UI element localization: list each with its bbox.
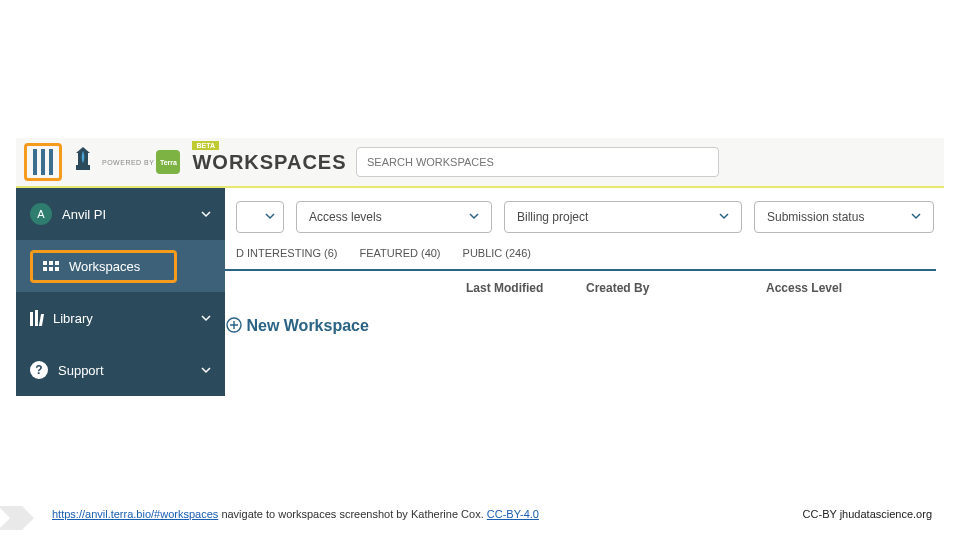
terra-logo-icon: Terra xyxy=(156,150,180,174)
beta-badge: BETA xyxy=(192,141,219,150)
page-title: WORKSPACES xyxy=(192,151,346,174)
footer-attribution: CC-BY jhudatascience.org xyxy=(803,508,932,520)
search-input[interactable] xyxy=(356,147,719,177)
plus-icon xyxy=(226,317,242,337)
watermark-icon xyxy=(0,500,36,536)
footer-caption-text: navigate to workspaces screenshot by Kat… xyxy=(221,508,486,520)
filter-label: Billing project xyxy=(517,210,588,224)
sidebar-item-library[interactable]: Library xyxy=(16,292,225,344)
workspaces-highlight: Workspaces xyxy=(30,250,177,283)
create-workspace-link: New Workspace xyxy=(246,317,368,334)
filter-submission-status[interactable]: Submission status xyxy=(754,201,934,233)
tab-interesting[interactable]: D INTERESTING (6) xyxy=(236,247,337,259)
column-header-created-by: Created By xyxy=(586,281,766,295)
sidebar-user-name: Anvil PI xyxy=(62,207,106,222)
footer-caption: https://anvil.terra.bio/#workspaces navi… xyxy=(52,508,539,520)
tab-featured[interactable]: FEATURED (40) xyxy=(359,247,440,259)
sidebar-user-row[interactable]: A Anvil PI xyxy=(16,188,225,240)
sidebar: A Anvil PI Workspaces Library ? Support xyxy=(16,188,225,396)
filter-label: Access levels xyxy=(309,210,382,224)
sidebar-item-label: Support xyxy=(58,363,104,378)
filter-label: Submission status xyxy=(767,210,864,224)
grid-icon xyxy=(43,261,59,271)
column-header-access-level: Access Level xyxy=(766,281,842,295)
page-label: BETA WORKSPACES xyxy=(192,151,346,174)
powered-by-label: POWERED BY xyxy=(102,159,154,166)
footer-url-link[interactable]: https://anvil.terra.bio/#workspaces xyxy=(52,508,218,520)
chevron-down-icon xyxy=(201,311,211,326)
help-icon: ? xyxy=(30,361,48,379)
chevron-down-icon xyxy=(469,210,479,224)
chevron-down-icon xyxy=(911,210,921,224)
sidebar-item-workspaces[interactable]: Workspaces xyxy=(16,240,225,292)
filter-billing-project[interactable]: Billing project xyxy=(504,201,742,233)
column-header xyxy=(236,281,466,295)
sidebar-item-support[interactable]: ? Support xyxy=(16,344,225,396)
filter-dropdown[interactable] xyxy=(236,201,284,233)
hamburger-highlight xyxy=(24,143,62,181)
menu-icon[interactable] xyxy=(33,149,53,175)
chevron-down-icon xyxy=(201,363,211,378)
library-icon xyxy=(30,310,43,326)
tab-public[interactable]: PUBLIC (246) xyxy=(463,247,531,259)
filter-access-levels[interactable]: Access levels xyxy=(296,201,492,233)
sidebar-item-label: Workspaces xyxy=(69,259,140,274)
anvil-logo-icon xyxy=(70,145,96,179)
chevron-down-icon xyxy=(719,210,729,224)
avatar: A xyxy=(30,203,52,225)
svg-rect-0 xyxy=(76,165,90,170)
chevron-down-icon xyxy=(265,210,275,224)
column-header-last-modified: Last Modified xyxy=(466,281,586,295)
footer: https://anvil.terra.bio/#workspaces navi… xyxy=(0,508,960,520)
chevron-down-icon xyxy=(201,207,211,222)
top-bar: POWERED BY Terra BETA WORKSPACES xyxy=(16,138,944,188)
footer-license-link[interactable]: CC-BY-4.0 xyxy=(487,508,539,520)
sidebar-item-label: Library xyxy=(53,311,93,326)
